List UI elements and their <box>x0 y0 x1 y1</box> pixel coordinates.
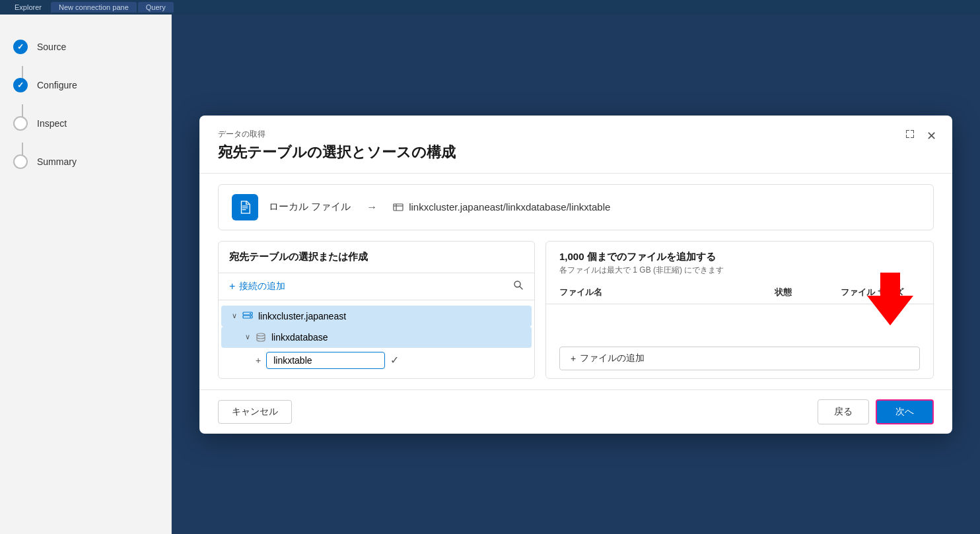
step-label-inspect: Inspect <box>37 118 67 129</box>
modal-header: データの取得 宛先テーブルの選択とソースの構成 ✕ <box>199 116 952 174</box>
tree-item-database[interactable]: ∨ linkxdatabase <box>221 327 532 348</box>
right-panel-subtitle: 各ファイルは最大で 1 GB (非圧縮) にできます <box>559 265 920 276</box>
source-arrow-icon: → <box>367 201 377 213</box>
add-connection-label: 接続の追加 <box>239 281 285 292</box>
destination-path: linkxcluster.japaneast/linkxdatabase/lin… <box>409 201 610 213</box>
step-circle-configure <box>13 78 28 92</box>
tab-new-connection[interactable]: New connection pane <box>51 2 137 13</box>
new-table-row: + ✓ <box>219 348 534 373</box>
modal-subtitle: データの取得 <box>218 129 934 140</box>
chevron-icon: ∨ <box>232 312 237 320</box>
plus-table-icon: + <box>256 355 261 366</box>
step-label-summary: Summary <box>37 156 77 167</box>
step-circle-inspect <box>13 116 28 131</box>
sidebar-step-summary[interactable]: Summary <box>0 143 171 181</box>
svg-marker-11 <box>867 273 913 325</box>
sidebar-step-configure[interactable]: Configure <box>0 66 171 104</box>
cancel-button[interactable]: キャンセル <box>218 400 292 424</box>
left-panel-header: 宛先テーブルの選択または作成 <box>219 242 534 273</box>
modal-footer: キャンセル 戻る 次へ <box>199 389 952 434</box>
right-panel-title: 1,000 個までのファイルを追加する <box>559 251 920 263</box>
left-panel: 宛先テーブルの選択または作成 + 接続の追加 ∨ linkxcl <box>218 241 535 379</box>
step-circle-summary <box>13 154 28 169</box>
tab-query[interactable]: Query <box>138 2 174 13</box>
col-filename: ファイル名 <box>559 286 775 298</box>
modal-content: データの取得 宛先テーブルの選択とソースの構成 ✕ ローカル ファイル → li… <box>199 116 952 434</box>
add-file-button[interactable]: + ファイルの追加 <box>559 347 920 370</box>
svg-rect-0 <box>394 204 403 211</box>
modal-close-button[interactable]: ✕ <box>921 126 942 146</box>
database-icon <box>256 332 266 343</box>
top-bar: Explorer New connection pane Query <box>0 0 980 15</box>
svg-point-7 <box>250 313 251 314</box>
col-status: 状態 <box>775 286 841 298</box>
source-bar: ローカル ファイル → linkxcluster.japaneast/linkx… <box>218 184 934 230</box>
tab-explorer[interactable]: Explorer <box>7 2 50 13</box>
panel-toolbar: + 接続の追加 <box>219 273 534 300</box>
modal-area: データの取得 宛先テーブルの選択とソースの構成 ✕ ローカル ファイル → li… <box>172 15 980 534</box>
confirm-icon[interactable]: ✓ <box>390 354 399 366</box>
sidebar-step-source[interactable]: Source <box>0 28 171 66</box>
tree-view: ∨ linkxcluster.japaneast ∨ linkxdatabase… <box>219 300 534 378</box>
step-label-source: Source <box>37 42 66 52</box>
source-destination: linkxcluster.japaneast/linkxdatabase/lin… <box>393 201 610 213</box>
arrow-annotation <box>867 273 913 325</box>
svg-point-8 <box>250 316 251 317</box>
chevron-icon-db: ∨ <box>245 333 250 341</box>
search-button[interactable] <box>513 280 524 293</box>
tree-item-cluster[interactable]: ∨ linkxcluster.japaneast <box>221 306 532 327</box>
new-table-input[interactable] <box>266 352 385 369</box>
spacer <box>546 310 933 339</box>
step-circle-source <box>13 40 28 54</box>
modal-expand-button[interactable] <box>899 126 921 145</box>
plus-file-icon: + <box>571 353 576 364</box>
database-label: linkxdatabase <box>271 332 328 343</box>
cluster-label: linkxcluster.japaneast <box>258 311 346 321</box>
footer-right: 戻る 次へ <box>818 399 934 424</box>
next-button[interactable]: 次へ <box>876 399 934 424</box>
sidebar: Source Configure Inspect Summary <box>0 15 172 534</box>
svg-line-4 <box>520 286 522 289</box>
top-bar-tabs: Explorer New connection pane Query <box>7 2 174 13</box>
sidebar-step-inspect[interactable]: Inspect <box>0 104 171 143</box>
plus-icon: + <box>229 281 235 292</box>
modal-body: 宛先テーブルの選択または作成 + 接続の追加 ∨ linkxcl <box>199 241 952 389</box>
back-button[interactable]: 戻る <box>818 399 869 424</box>
modal-title: 宛先テーブルの選択とソースの構成 <box>218 143 934 162</box>
source-label: ローカル ファイル <box>269 201 351 213</box>
step-label-configure: Configure <box>37 80 77 90</box>
source-file-icon <box>232 194 258 220</box>
svg-point-9 <box>257 333 265 336</box>
add-connection-button[interactable]: + 接続の追加 <box>229 281 285 292</box>
server-icon <box>242 311 253 321</box>
right-panel: 1,000 個までのファイルを追加する 各ファイルは最大で 1 GB (非圧縮)… <box>545 241 934 379</box>
add-file-label: ファイルの追加 <box>580 352 645 364</box>
